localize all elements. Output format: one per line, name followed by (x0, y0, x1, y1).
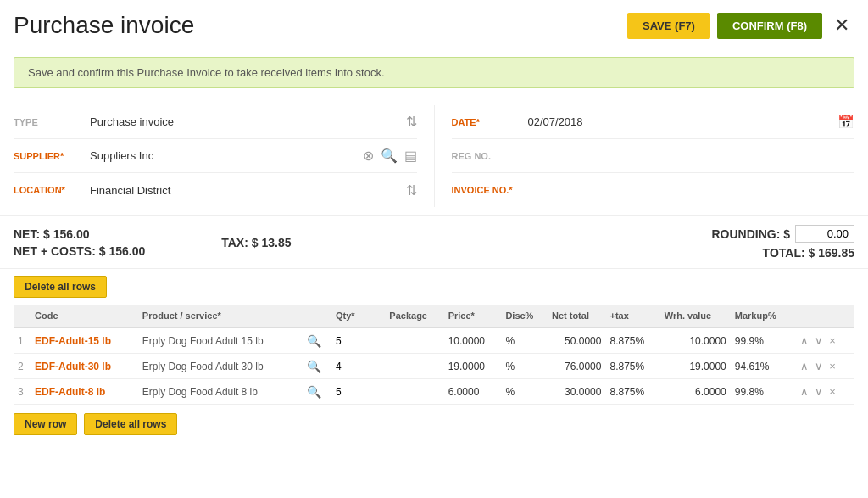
date-label: DATE* (452, 117, 528, 127)
reg-row: REG NO. (452, 139, 855, 173)
net-costs-total: NET + COSTS: $ 156.00 (14, 244, 145, 258)
table-row: 2 EDF-Adult-30 lb Erply Dog Food Adult 3… (14, 354, 854, 379)
row-code[interactable]: EDF-Adult-8 lb (31, 379, 138, 405)
location-label: LOCATION* (14, 185, 90, 195)
totals-center: TAX: $ 13.85 (221, 236, 291, 249)
close-button[interactable]: ✕ (829, 13, 854, 38)
card-icon[interactable]: ▤ (404, 148, 417, 164)
rounding-label: ROUNDING: $ (711, 227, 790, 241)
location-value: Financial District ⇅ (90, 182, 417, 199)
page-title: Purchase invoice (14, 12, 194, 39)
new-row-button[interactable]: New row (14, 413, 77, 435)
delete-all-rows-bottom-button[interactable]: Delete all rows (84, 413, 177, 435)
row-search-icon[interactable]: 🔍 (307, 385, 321, 399)
row-move-up-button[interactable]: ∧ (798, 333, 810, 348)
date-row: DATE* 📅 (452, 105, 855, 139)
row-move-down-button[interactable]: ∨ (813, 333, 825, 348)
row-package (385, 327, 443, 354)
row-tax: 8.875% (605, 327, 659, 354)
row-move-up-button[interactable]: ∧ (798, 359, 810, 373)
row-num: 1 (14, 327, 31, 354)
row-product: Erply Dog Food Adult 30 lb (138, 354, 303, 379)
row-code[interactable]: EDF-Adult-15 lb (31, 327, 138, 354)
totals-right: ROUNDING: $ TOTAL: $ 169.85 (711, 225, 854, 260)
calendar-icon[interactable]: 📅 (837, 114, 854, 130)
save-button[interactable]: SAVE (F7) (627, 13, 710, 39)
top-actions: Delete all rows (0, 269, 868, 305)
type-label: TYPE (14, 117, 90, 127)
table-row: 1 EDF-Adult-15 lb Erply Dog Food Adult 1… (14, 327, 854, 354)
type-row: TYPE Purchase invoice ⇅ (14, 105, 417, 139)
rounding-row: ROUNDING: $ (711, 225, 854, 243)
row-product: Erply Dog Food Adult 15 lb (138, 327, 303, 354)
row-search-icon[interactable]: 🔍 (307, 360, 321, 373)
invoice-label: INVOICE NO.* (452, 185, 528, 195)
invoice-row: INVOICE NO.* (452, 173, 855, 207)
type-select-arrows-icon[interactable]: ⇅ (406, 114, 417, 130)
row-markup: 94.61% (731, 354, 794, 379)
row-search-icon[interactable]: 🔍 (307, 334, 321, 348)
location-select-arrows-icon[interactable]: ⇅ (406, 182, 417, 199)
rounding-input[interactable] (795, 225, 854, 243)
row-actions: ∧ ∨ × (794, 354, 855, 379)
row-num: 3 (14, 379, 31, 405)
alert-banner: Save and confirm this Purchase Invoice t… (14, 57, 854, 88)
row-code[interactable]: EDF-Adult-30 lb (31, 354, 138, 379)
row-search[interactable]: 🔍 (303, 379, 331, 405)
row-price: 10.0000 (444, 327, 502, 354)
type-value: Purchase invoice ⇅ (90, 114, 417, 130)
invoice-input[interactable] (528, 184, 855, 197)
delete-all-rows-top-button[interactable]: Delete all rows (14, 276, 107, 298)
col-package: Package (385, 305, 443, 327)
supplier-value: ⊗ 🔍 ▤ (90, 148, 417, 164)
col-price: Price* (444, 305, 502, 327)
supplier-icons: ⊗ 🔍 ▤ (363, 148, 417, 164)
supplier-row: SUPPLIER* ⊗ 🔍 ▤ (14, 139, 417, 173)
confirm-button[interactable]: CONFIRM (F8) (717, 13, 822, 39)
col-num (14, 305, 31, 327)
totals-section: NET: $ 156.00 NET + COSTS: $ 156.00 TAX:… (0, 216, 868, 269)
col-tax: +tax (605, 305, 659, 327)
row-move-down-button[interactable]: ∨ (813, 384, 825, 399)
row-qty[interactable] (331, 354, 385, 379)
row-tax: 8.875% (605, 354, 659, 379)
table-header-row: Code Product / service* Qty* Package Pri… (14, 305, 854, 327)
row-product: Erply Dog Food Adult 8 lb (138, 379, 303, 405)
alert-message: Save and confirm this Purchase Invoice t… (28, 66, 385, 79)
row-delete-button[interactable]: × (827, 384, 837, 399)
date-value: 📅 (528, 114, 855, 130)
row-markup: 99.8% (731, 379, 794, 405)
col-product: Product / service* (138, 305, 303, 327)
form-left: TYPE Purchase invoice ⇅ SUPPLIER* ⊗ 🔍 ▤ (14, 105, 435, 207)
row-net-total: 30.0000 (548, 379, 606, 405)
row-price: 6.0000 (444, 379, 502, 405)
supplier-input[interactable] (90, 149, 356, 162)
row-actions: ∧ ∨ × (794, 327, 855, 354)
search-icon[interactable]: 🔍 (381, 148, 398, 164)
header: Purchase invoice SAVE (F7) CONFIRM (F8) … (0, 0, 868, 48)
row-markup: 99.9% (731, 327, 794, 354)
row-package (385, 354, 443, 379)
location-row: LOCATION* Financial District ⇅ (14, 173, 417, 207)
header-actions: SAVE (F7) CONFIRM (F8) ✕ (627, 13, 854, 39)
row-move-up-button[interactable]: ∧ (798, 384, 810, 399)
invoice-table: Code Product / service* Qty* Package Pri… (14, 305, 854, 405)
row-qty[interactable] (331, 327, 385, 354)
row-wrh-value: 10.0000 (660, 327, 731, 354)
row-delete-button[interactable]: × (827, 359, 837, 373)
form-section: TYPE Purchase invoice ⇅ SUPPLIER* ⊗ 🔍 ▤ (0, 97, 868, 216)
row-move-down-button[interactable]: ∨ (813, 359, 825, 373)
row-search[interactable]: 🔍 (303, 327, 331, 354)
row-qty[interactable] (331, 379, 385, 405)
row-search[interactable]: 🔍 (303, 354, 331, 379)
purchase-invoice-page: Purchase invoice SAVE (F7) CONFIRM (F8) … (0, 0, 868, 498)
row-delete-button[interactable]: × (827, 333, 837, 348)
row-wrh-value: 19.0000 (660, 354, 731, 379)
date-input[interactable] (528, 115, 838, 128)
total-line: TOTAL: $ 169.85 (763, 246, 854, 260)
totals-left: NET: $ 156.00 NET + COSTS: $ 156.00 (14, 227, 145, 258)
row-net-total: 50.0000 (548, 327, 606, 354)
reg-input[interactable] (528, 149, 855, 162)
clear-icon[interactable]: ⊗ (363, 148, 374, 164)
table-wrapper: Code Product / service* Qty* Package Pri… (0, 305, 868, 405)
